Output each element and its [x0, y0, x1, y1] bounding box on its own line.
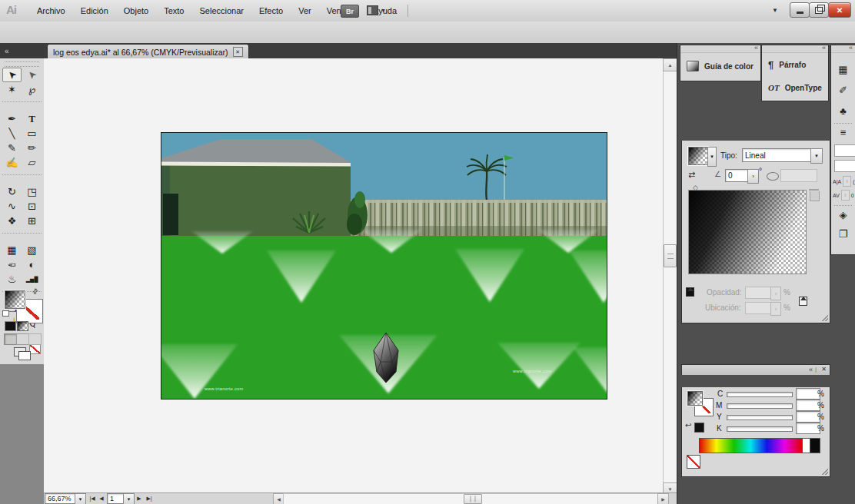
prev-artboard-button[interactable]: ◀ — [98, 494, 105, 503]
character-field-sliver[interactable] — [834, 144, 855, 157]
type-tool[interactable]: T — [22, 111, 42, 126]
last-color-swatch[interactable] — [694, 423, 704, 433]
artwork-image[interactable]: www.trianorte.com www.trianorte.com — [161, 132, 607, 400]
zoom-level-dropdown[interactable]: ▼ — [75, 493, 86, 504]
character-field-sliver[interactable] — [834, 160, 855, 172]
workspace-button[interactable]: ▼ — [367, 5, 390, 16]
close-button[interactable]: ✕ — [828, 2, 851, 18]
toolbar-fill-swatch[interactable] — [5, 290, 25, 309]
gradient-stop-right[interactable] — [799, 297, 807, 306]
close-panel-icon[interactable]: ✕ — [821, 366, 827, 373]
scroll-up-button[interactable]: ▲ — [663, 58, 677, 71]
paintbrush-tool[interactable]: ✎ — [2, 141, 22, 155]
reverse-gradient-icon[interactable]: ⇄ — [688, 170, 695, 180]
rotate-tool[interactable]: ↻ — [2, 184, 22, 199]
color-spectrum-bar[interactable] — [699, 438, 802, 453]
color-fill-swatch[interactable] — [687, 391, 703, 406]
panel-group-header[interactable]: « — [762, 45, 828, 53]
artboards-panel-icon[interactable]: ❐ — [831, 228, 855, 240]
black-slider[interactable] — [727, 426, 793, 432]
draw-inside-button[interactable] — [28, 333, 42, 345]
last-artboard-button[interactable]: ▶| — [145, 494, 154, 503]
default-swatches-icon[interactable] — [2, 310, 9, 317]
tools-panel-grip[interactable] — [5, 61, 39, 67]
lasso-tool[interactable]: ℘ — [22, 82, 42, 97]
stroke-panel-icon[interactable]: ≡ — [831, 127, 855, 138]
layers-panel-icon[interactable]: ◈ — [831, 209, 855, 220]
restore-button[interactable] — [809, 2, 829, 18]
kerning-control[interactable]: A|A ⇕ ( — [833, 176, 855, 187]
angle-stepper[interactable]: › — [747, 169, 759, 184]
draw-normal-button[interactable] — [4, 333, 17, 345]
rectangle-tool[interactable]: ▭ — [22, 126, 42, 141]
scroll-right-button[interactable]: ▶ — [657, 493, 669, 504]
panel-group-header[interactable]: « — [680, 45, 760, 53]
gradient-tool[interactable]: ▧ — [22, 243, 42, 257]
cyan-slider[interactable] — [727, 392, 793, 397]
vertical-scroll-thumb[interactable] — [664, 244, 677, 267]
next-artboard-button[interactable]: ▶ — [135, 494, 143, 503]
draw-behind-button[interactable] — [16, 333, 29, 345]
scale-tool[interactable]: ◳ — [22, 184, 42, 199]
perspective-grid-tool[interactable]: ⊞ — [22, 214, 42, 228]
tracking-control[interactable]: AV ⇕ 0 — [833, 190, 855, 201]
gradient-swatch-dropdown[interactable]: ▼ — [707, 147, 717, 167]
free-transform-tool[interactable]: ⊡ — [22, 199, 42, 214]
panel-resize-grip[interactable] — [822, 315, 828, 321]
color-mode-button[interactable] — [5, 321, 16, 331]
gradient-preview[interactable] — [688, 190, 807, 274]
menu-seleccionar[interactable]: Seleccionar — [191, 6, 251, 15]
yellow-slider[interactable] — [727, 415, 793, 420]
bridge-button[interactable]: Br — [341, 5, 359, 18]
artboard-number-dropdown[interactable]: ▼ — [123, 493, 135, 504]
symbols-panel-icon[interactable]: ♣ — [831, 105, 855, 117]
black-swatch[interactable] — [810, 438, 820, 453]
symbol-sprayer-tool[interactable]: ♨ — [2, 272, 22, 287]
mesh-tool[interactable]: ▦ — [2, 243, 22, 257]
blob-brush-tool[interactable]: ✍ — [2, 155, 22, 170]
document-close-icon[interactable]: ✕ — [233, 47, 243, 57]
menu-texto[interactable]: Texto — [156, 6, 191, 15]
gradient-swatch[interactable] — [688, 147, 708, 165]
shape-builder-tool[interactable]: ❖ — [2, 214, 22, 228]
first-artboard-button[interactable]: |◀ — [88, 494, 97, 503]
paragraph-panel-button[interactable]: ¶ Párrafo — [762, 53, 828, 76]
document-tab[interactable]: log eos edya.ai* al 66,67% (CMYK/Previsu… — [47, 44, 249, 59]
panel-resize-grip[interactable] — [822, 469, 828, 475]
width-tool[interactable]: ∿ — [2, 199, 22, 214]
swatches-panel-icon[interactable]: ▦ — [831, 64, 855, 75]
revert-color-icon[interactable]: ↩ — [685, 421, 691, 429]
gradient-type-dropdown[interactable]: ▼ — [810, 148, 823, 164]
selection-tool[interactable]: ➤ — [2, 68, 22, 82]
pencil-tool[interactable]: ✏ — [22, 141, 42, 155]
eraser-tool[interactable]: ▱ — [22, 155, 42, 170]
color-guide-panel-button[interactable]: Guía de color — [680, 53, 760, 79]
vertical-scrollbar[interactable] — [663, 58, 677, 496]
horizontal-scroll-thumb[interactable] — [464, 494, 482, 504]
menu-efecto[interactable]: Efecto — [251, 6, 291, 15]
toolbar-overflow-icon[interactable]: ▼ — [772, 7, 778, 14]
tracking-stepper[interactable]: ⇕ — [841, 190, 850, 201]
blend-tool[interactable]: ◐ — [22, 257, 42, 272]
column-graph-tool[interactable]: ▂▅█ — [22, 272, 42, 287]
pen-tool[interactable]: ✒ — [2, 111, 22, 126]
collapse-icon[interactable]: « — [809, 366, 813, 373]
toolbar-collapse-header[interactable]: « — [0, 44, 44, 58]
opentype-panel-button[interactable]: OT OpenType — [762, 76, 828, 99]
magenta-slider[interactable] — [727, 403, 793, 409]
magic-wand-tool[interactable]: ✶ — [2, 82, 22, 97]
menu-archivo[interactable]: Archivo — [29, 6, 73, 15]
gradient-mode-button[interactable] — [17, 321, 28, 331]
line-tool[interactable]: ╲ — [2, 126, 22, 141]
gradient-type-select[interactable]: Lineal — [742, 148, 816, 162]
kerning-stepper[interactable]: ⇕ — [843, 176, 851, 187]
menu-objeto[interactable]: Objeto — [116, 6, 156, 15]
eyedropper-tool[interactable]: ✑ — [2, 257, 22, 272]
panel-group-header[interactable]: « — [831, 45, 855, 53]
minimize-button[interactable] — [790, 2, 810, 18]
gradient-stop-left[interactable] — [686, 287, 694, 297]
none-color-swatch[interactable] — [687, 455, 700, 469]
brushes-panel-icon[interactable]: ✐ — [831, 85, 855, 96]
menu-ver[interactable]: Ver — [291, 6, 319, 15]
direct-selection-tool[interactable]: ➤ — [22, 68, 42, 82]
